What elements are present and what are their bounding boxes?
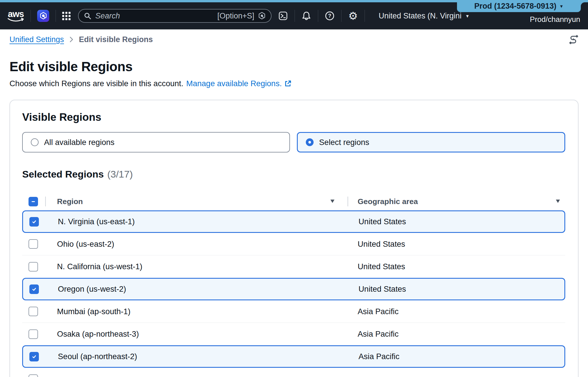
table-row[interactable]: Seoul (ap-northeast-2) Asia Pacific — [22, 345, 565, 368]
settings-gear-icon[interactable]: ⚙ — [348, 10, 358, 22]
table-row[interactable]: N. California (us-west-1) United States — [22, 255, 565, 278]
table-row[interactable]: Osaka (ap-northeast-3) Asia Pacific — [22, 323, 565, 345]
page-description: Choose which Regions are visible in this… — [10, 79, 183, 88]
geographic-area-cell: Asia Pacific — [358, 329, 565, 339]
region-cell: Oregon (us-west-2) — [58, 284, 359, 294]
divider — [56, 10, 56, 22]
column-header-geographic-area: Geographic area — [358, 197, 565, 206]
divider — [31, 10, 31, 22]
divider — [295, 10, 295, 22]
region-selector[interactable]: United States (N. Virgini ▼ — [379, 12, 470, 20]
radio-tile-select-regions[interactable]: Select regions — [297, 132, 565, 152]
account-badge[interactable]: Prod (1234-5678-0913) ▼ — [457, 0, 581, 12]
regions-table: Region Geographic area N. Virginia (us-e… — [22, 193, 565, 377]
region-cell: Osaka (ap-northeast-3) — [57, 329, 358, 339]
aws-logo[interactable]: aws — [7, 10, 24, 22]
chevron-down-icon: ▼ — [559, 4, 564, 8]
aws-console-page: Prod (1234-5678-0913) ▼ Prod/channyun aw… — [0, 0, 588, 377]
region-cell: Ohio (us-east-2) — [57, 240, 358, 249]
geographic-area-cell: Asia Pacific — [359, 352, 564, 361]
divider — [365, 10, 365, 22]
select-all-checkbox[interactable] — [29, 197, 38, 206]
strip-corner-mask — [581, 2, 588, 13]
notifications-bell-icon[interactable] — [301, 10, 312, 22]
radio-label: Select regions — [319, 138, 369, 147]
region-cell: N. California (us-west-1) — [57, 262, 358, 271]
search-placeholder: Search — [95, 12, 120, 20]
radio-label: All available regions — [44, 138, 115, 147]
breadcrumb-current: Edit visible Regions — [79, 35, 153, 44]
table-row[interactable]: Oregon (us-west-2) United States — [22, 278, 565, 300]
table-row[interactable]: Ohio (us-east-2) United States — [22, 233, 565, 255]
row-checkbox[interactable] — [29, 307, 38, 316]
table-row[interactable] — [22, 368, 565, 377]
amazon-q-icon[interactable] — [37, 10, 49, 22]
table-row[interactable]: N. Virginia (us-east-1) United States — [22, 210, 565, 233]
selected-regions-count: (3/17) — [107, 169, 133, 180]
visibility-mode-radios: All available regions Select regions — [22, 132, 565, 152]
manage-regions-link[interactable]: Manage available Regions. — [186, 79, 292, 88]
region-column-filter-icon[interactable] — [330, 199, 335, 204]
region-selector-label: United States (N. Virgini — [379, 12, 462, 20]
visible-regions-card: Visible Regions All available regions Se… — [10, 100, 578, 377]
row-checkbox[interactable] — [29, 374, 38, 377]
breadcrumb-link-unified-settings[interactable]: Unified Settings — [10, 35, 64, 44]
region-cell: Seoul (ap-northeast-2) — [58, 352, 359, 361]
table-header-row: Region Geographic area — [22, 193, 565, 210]
geographic-area-cell: United States — [359, 284, 564, 294]
external-link-icon — [284, 80, 292, 87]
row-checkbox[interactable] — [29, 352, 39, 361]
breadcrumb: Unified Settings Edit visible Regions — [0, 29, 588, 50]
account-badge-label: Prod (1234-5678-0913) — [474, 2, 556, 11]
chevron-down-icon: ▼ — [465, 14, 470, 18]
workflow-shortcuts-icon[interactable] — [567, 33, 580, 46]
column-header-region: Region — [57, 197, 358, 206]
radio-button-unselected[interactable] — [31, 138, 39, 146]
row-checkbox[interactable] — [29, 284, 39, 294]
selected-regions-title: Selected Regions — [22, 169, 104, 180]
column-divider — [348, 197, 348, 206]
chevron-right-icon — [69, 36, 74, 43]
geographic-area-cell: Asia Pacific — [358, 307, 565, 316]
search-icon — [84, 12, 92, 20]
row-checkbox[interactable] — [29, 262, 38, 272]
row-checkbox[interactable] — [29, 239, 38, 249]
region-cell: Mumbai (ap-south-1) — [57, 307, 358, 316]
column-divider — [45, 197, 46, 206]
divider — [318, 10, 318, 22]
geographic-area-cell: United States — [358, 240, 565, 249]
radio-button-selected[interactable] — [306, 138, 314, 146]
svg-text:?: ? — [328, 13, 331, 19]
page-title: Edit visible Regions — [10, 59, 578, 74]
amazon-q-hexagon-icon — [258, 12, 266, 20]
table-row[interactable]: Mumbai (ap-south-1) Asia Pacific — [22, 300, 565, 323]
aws-smile-icon — [7, 18, 24, 22]
divider — [341, 10, 342, 22]
geographic-area-column-filter-icon[interactable] — [555, 199, 561, 204]
geographic-area-cell: United States — [358, 262, 565, 271]
search-input[interactable]: Search [Option+S] — [78, 9, 272, 23]
cloudshell-terminal-icon[interactable] — [278, 10, 288, 22]
card-header: Visible Regions — [22, 111, 565, 123]
radio-tile-all-regions[interactable]: All available regions — [22, 132, 290, 152]
row-checkbox[interactable] — [29, 329, 38, 339]
row-checkbox[interactable] — [29, 217, 39, 227]
aws-logo-text: aws — [8, 10, 24, 18]
main-content: Edit visible Regions Choose which Region… — [0, 50, 588, 377]
help-icon[interactable]: ? — [325, 10, 335, 22]
username-label: Prod/channyun — [530, 15, 580, 24]
services-grid-icon[interactable] — [62, 12, 71, 20]
search-shortcut: [Option+S] — [217, 12, 254, 20]
region-cell: N. Virginia (us-east-1) — [58, 217, 359, 226]
geographic-area-cell: United States — [359, 217, 564, 226]
table-body: N. Virginia (us-east-1) United States Oh… — [22, 210, 565, 377]
